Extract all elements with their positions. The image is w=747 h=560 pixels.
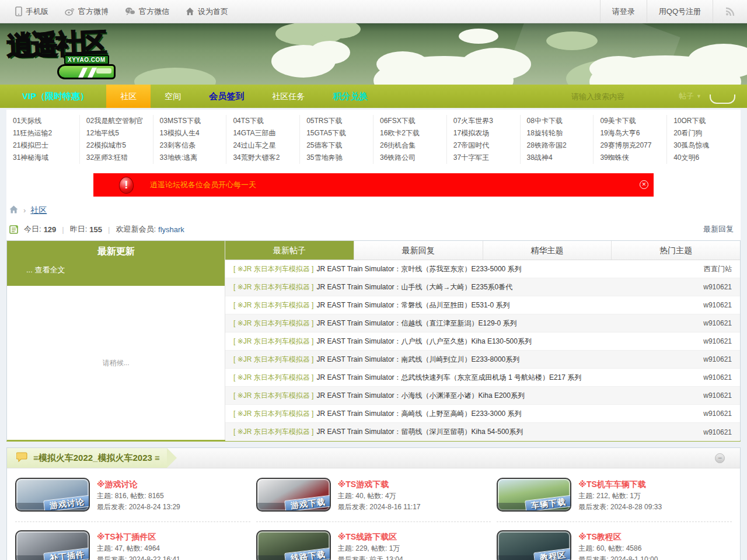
- nav-tasks[interactable]: 社区任务: [258, 85, 319, 108]
- thread-title-link[interactable]: JR EAST Train Simulator：南武线（川崎到立川）E233-8…: [316, 355, 695, 365]
- weibo-link[interactable]: 官方微博: [65, 6, 109, 17]
- search-type-dropdown[interactable]: 帖子 ▼: [679, 91, 701, 102]
- mobile-version-link[interactable]: 手机版: [15, 6, 48, 17]
- thread-author-link[interactable]: w910621: [703, 428, 732, 436]
- forum-lastpost-link[interactable]: 最后发表: 前天 13:04: [338, 554, 403, 560]
- quicklink[interactable]: 27帝国时代: [447, 139, 521, 152]
- thread-category-link[interactable]: [ ※JR 东日本列车模拟器 ]: [233, 409, 313, 419]
- quicklink[interactable]: 33地铁:逃离: [153, 152, 227, 164]
- forum-lastpost-link[interactable]: 最后发表: 2024-8-28 09:33: [578, 502, 662, 513]
- quicklink[interactable]: 13模拟人生4: [153, 127, 227, 139]
- forum-lastpost-link[interactable]: 最后发表: 2024-8-22 16:41: [97, 554, 180, 560]
- tab-latest-posts[interactable]: 最新帖子: [225, 241, 354, 260]
- quicklink[interactable]: 01天际线: [6, 115, 80, 127]
- nav-exchange[interactable]: 积分兑换: [319, 85, 382, 108]
- thread-author-link[interactable]: 西直门站: [704, 264, 732, 274]
- quicklink[interactable]: 21模拟巴士: [6, 139, 80, 152]
- thread-title-link[interactable]: JR EAST Train Simulator：留萌线（深川至留萌）Kiha 5…: [316, 427, 695, 437]
- rss-icon[interactable]: [713, 0, 747, 23]
- quicklink[interactable]: 02我是航空管制官: [80, 115, 153, 127]
- site-logo[interactable]: 逍遥社区 XYYAO.COM: [7, 27, 118, 83]
- thread-title-link[interactable]: JR EAST Train Simulator：高崎线（上野至高崎）E233-3…: [316, 409, 695, 419]
- wechat-link[interactable]: 官方微信: [125, 6, 169, 17]
- quicklink[interactable]: 20看门狗: [667, 127, 741, 139]
- quicklink[interactable]: 24过山车之星: [226, 139, 300, 152]
- forum-image[interactable]: 游戏下载: [256, 478, 331, 512]
- breadcrumb-community-link[interactable]: 社区: [30, 205, 47, 216]
- nav-vip[interactable]: VIP（限时特惠）: [0, 85, 106, 108]
- login-button[interactable]: 请登录: [600, 0, 647, 23]
- quicklink[interactable]: 36铁路公司: [374, 152, 447, 164]
- quicklink[interactable]: 26街机合集: [374, 139, 447, 152]
- forum-lastpost-link[interactable]: 最后发表: 2024-8-24 13:29: [97, 502, 180, 513]
- forum-lastpost-link[interactable]: 最后发表: 2024-8-1 10:00: [578, 554, 658, 560]
- thread-author-link[interactable]: w910621: [703, 337, 732, 345]
- thread-author-link[interactable]: w910621: [703, 301, 732, 309]
- thread-title-link[interactable]: JR EAST Train Simulator：总武线快速列车（东京至成田机场 …: [316, 373, 695, 383]
- search-button[interactable]: [710, 94, 735, 104]
- section-title[interactable]: ≡模拟火车2022_模拟火车2023 ≡: [33, 453, 160, 464]
- thread-category-link[interactable]: [ ※JR 东日本列车模拟器 ]: [233, 264, 313, 274]
- tab-latest-replies[interactable]: 最新回复: [354, 241, 483, 260]
- forum-title-link[interactable]: ※TS游戏下载: [338, 478, 421, 491]
- forum-image[interactable]: 线路下载: [256, 530, 331, 560]
- qq-register-button[interactable]: 用QQ号注册: [647, 0, 713, 23]
- nav-space[interactable]: 空间: [151, 85, 195, 108]
- thread-title-link[interactable]: JR EAST Train Simulator：常磐线（品川至胜田）E531-0…: [316, 300, 695, 310]
- set-home-link[interactable]: 设为首页: [186, 6, 228, 17]
- thread-category-link[interactable]: [ ※JR 东日本列车模拟器 ]: [233, 355, 313, 365]
- thread-author-link[interactable]: w910621: [703, 283, 732, 291]
- quicklink[interactable]: 06FSX下载: [374, 115, 447, 127]
- thread-title-link[interactable]: JR EAST Train Simulator：信越线（直江津至新潟）E129-…: [316, 318, 695, 328]
- tab-digest-topics[interactable]: 精华主题: [483, 241, 612, 260]
- quicklink[interactable]: 19海岛大亨6: [594, 127, 667, 139]
- thread-category-link[interactable]: [ ※JR 东日本列车模拟器 ]: [233, 427, 313, 437]
- quicklink[interactable]: 29赛博朋克2077: [594, 139, 667, 152]
- thread-author-link[interactable]: w910621: [703, 391, 732, 400]
- quicklink[interactable]: 11狂热运输2: [6, 127, 80, 139]
- quicklink[interactable]: 15GTA5下载: [300, 127, 374, 139]
- forum-title-link[interactable]: ※TS补丁插件区: [97, 531, 180, 543]
- quicklink[interactable]: 18旋转轮胎: [521, 127, 594, 139]
- quicklink[interactable]: 12地平线5: [80, 127, 153, 139]
- view-all-link[interactable]: ... 查看全文: [7, 261, 225, 286]
- thread-title-link[interactable]: JR EAST Train Simulator：山手线（大崎→大崎）E235系0…: [316, 282, 695, 292]
- forum-title-link[interactable]: ※游戏讨论: [97, 478, 180, 491]
- quicklink[interactable]: 32巫师3:狂猎: [80, 152, 153, 164]
- thread-author-link[interactable]: w910621: [703, 355, 732, 363]
- quicklink[interactable]: 23刺客信条: [153, 139, 227, 152]
- quicklink[interactable]: 09美卡下载: [594, 115, 667, 127]
- thread-category-link[interactable]: [ ※JR 东日本列车模拟器 ]: [233, 373, 313, 383]
- forum-image[interactable]: 车辆下载: [497, 478, 571, 512]
- quicklink[interactable]: 14GTA三部曲: [226, 127, 300, 139]
- quicklink[interactable]: 37十字军王: [447, 152, 521, 164]
- quicklink[interactable]: 05TRS下载: [300, 115, 374, 127]
- quicklink[interactable]: 08中卡下载: [521, 115, 594, 127]
- thread-author-link[interactable]: w910621: [703, 319, 732, 327]
- forum-image[interactable]: 教程区: [497, 530, 571, 560]
- thread-category-link[interactable]: [ ※JR 东日本列车模拟器 ]: [233, 282, 313, 292]
- forum-image[interactable]: 补丁插件: [15, 530, 90, 560]
- thread-category-link[interactable]: [ ※JR 东日本列车模拟器 ]: [233, 391, 313, 401]
- forum-title-link[interactable]: ※TS教程区: [578, 531, 658, 543]
- collapse-button[interactable]: −: [715, 453, 725, 463]
- forum-title-link[interactable]: ※TS机车车辆下载: [578, 478, 662, 491]
- quicklink[interactable]: 39蜘蛛侠: [594, 152, 667, 164]
- quicklink[interactable]: 17模拟农场: [447, 127, 521, 139]
- quicklink[interactable]: 22模拟城市5: [80, 139, 153, 152]
- quicklink[interactable]: 25德客下载: [300, 139, 374, 152]
- quicklink[interactable]: 40文明6: [667, 152, 741, 164]
- quicklink[interactable]: 28铁路帝国2: [521, 139, 594, 152]
- latest-reply-link[interactable]: 最新回复: [703, 224, 738, 235]
- quicklink[interactable]: 30孤岛惊魂: [667, 139, 741, 152]
- forum-title-link[interactable]: ※TS线路下载区: [338, 531, 403, 543]
- quicklink[interactable]: 35雪地奔驰: [300, 152, 374, 164]
- thread-category-link[interactable]: [ ※JR 东日本列车模拟器 ]: [233, 300, 313, 310]
- quicklink[interactable]: 16欧卡2下载: [374, 127, 447, 139]
- thread-category-link[interactable]: [ ※JR 东日本列车模拟器 ]: [233, 318, 313, 328]
- thread-title-link[interactable]: JR EAST Train Simulator：小海线（小渊泽至小诸）Kiha …: [316, 391, 695, 401]
- newest-member-link[interactable]: flyshark: [158, 225, 184, 234]
- forum-image[interactable]: 游戏讨论: [15, 478, 90, 512]
- quicklink[interactable]: 07火车世界3: [447, 115, 521, 127]
- nav-community[interactable]: 社区: [106, 85, 151, 108]
